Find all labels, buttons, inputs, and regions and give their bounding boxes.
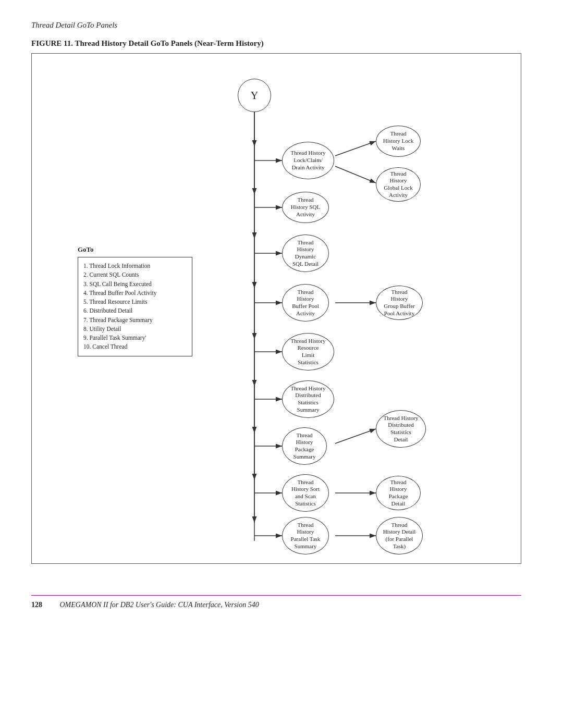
svg-line-20 [335,141,376,156]
svg-line-23 [335,429,376,443]
node-y: Y [238,79,271,112]
node-lock-claim-drain: Thread History Lock/Claim/ Drain Activit… [282,142,334,179]
node-parallel-task: Thread History Parallel Task Summary [282,517,329,554]
footer-line [31,595,521,596]
figure-box: Y Thread History Lock/Claim/ Drain Activ… [31,53,521,564]
goto-item-2: 2. Current SQL Counts [83,270,187,279]
figure-label: FIGURE 11. [31,39,73,47]
figure-title: FIGURE 11. Thread History Detail GoTo Pa… [31,39,532,48]
goto-item-6: 6. Distributed Detail [83,306,187,315]
goto-item-10: 10. Cancel Thread [83,342,187,351]
goto-item-9: 9. Parallel Task Summary' [83,334,187,342]
footer: 128 OMEGAMON II for DB2 User's Guide: CU… [31,601,532,609]
node-sort-scan: Thread History Sort and Scan Statistics [282,474,329,512]
node-parallel-detail: Thread History Detail (for Parallel Task… [376,517,423,554]
node-lock-waits: Thread History Lock Waits [376,126,421,157]
goto-item-3: 3. SQL Call Being Executed [83,280,187,289]
goto-item-8: 8. Utility Detail [83,325,187,334]
footer-text: OMEGAMON II for DB2 User's Guide: CUA In… [60,601,259,609]
goto-label: GoTo [78,245,94,254]
node-sql-activity: Thread History SQL Activity [282,192,329,223]
node-buffer-pool: Thread History Buffer Pool Activity [282,284,329,322]
node-distributed-detail: Thread History Distributed Statistics De… [376,410,426,448]
goto-item-5: 5. Thread Resource Limits [83,298,187,306]
goto-item-1: 1. Thread Lock Information [83,262,187,270]
node-group-buffer-pool: Thread History Group Buffer Pool Activit… [376,286,423,320]
node-dynamic-sql: Thread History Dynamic SQL Detail [282,235,329,272]
svg-line-21 [335,166,376,183]
figure-title-text: Thread History Detail GoTo Panels (Near-… [75,39,264,47]
node-distributed-stats: Thread History Distributed Statistics Su… [282,380,334,418]
page-number: 128 [31,601,42,609]
goto-box: 1. Thread Lock Information 2. Current SQ… [78,257,192,356]
node-global-lock: Thread History Global Lock Activity [376,167,421,202]
goto-item-7: 7. Thread Package Summary [83,316,187,325]
node-package-detail: Thread History Package Detail [376,476,421,510]
goto-item-4: 4. Thread Buffer Pool Activity [83,289,187,298]
page: Thread Detail GoTo Panels FIGURE 11. Thr… [0,0,563,728]
header-italic: Thread Detail GoTo Panels [31,21,532,30]
node-resource-limit: Thread History Resource Limit Statistics [282,333,334,371]
node-package-summary: Thread History Package Summary [282,427,327,465]
